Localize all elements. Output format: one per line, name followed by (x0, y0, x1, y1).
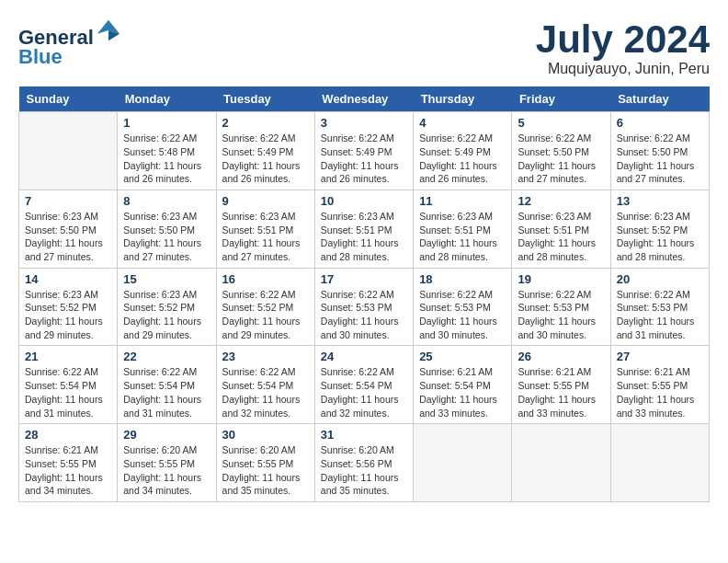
location: Muquiyauyo, Junin, Peru (536, 61, 710, 77)
calendar-cell: 7Sunrise: 6:23 AM Sunset: 5:50 PM Daylig… (19, 190, 118, 268)
calendar-cell: 8Sunrise: 6:23 AM Sunset: 5:50 PM Daylig… (118, 190, 216, 268)
calendar-cell (414, 424, 512, 502)
calendar-cell: 4Sunrise: 6:22 AM Sunset: 5:49 PM Daylig… (414, 112, 512, 190)
title-section: July 2024 Muquiyauyo, Junin, Peru (536, 18, 710, 77)
day-number: 20 (617, 272, 703, 286)
day-detail: Sunrise: 6:22 AM Sunset: 5:54 PM Dayligh… (321, 365, 407, 419)
calendar-cell: 6Sunrise: 6:22 AM Sunset: 5:50 PM Daylig… (610, 112, 709, 190)
calendar-cell: 17Sunrise: 6:22 AM Sunset: 5:53 PM Dayli… (314, 268, 413, 346)
day-number: 1 (123, 116, 210, 130)
header-row: SundayMondayTuesdayWednesdayThursdayFrid… (19, 86, 710, 112)
day-detail: Sunrise: 6:21 AM Sunset: 5:55 PM Dayligh… (518, 365, 604, 419)
day-number: 8 (123, 194, 210, 208)
header-sunday: Sunday (19, 86, 118, 112)
calendar-cell: 30Sunrise: 6:20 AM Sunset: 5:55 PM Dayli… (216, 424, 314, 502)
header-friday: Friday (512, 86, 610, 112)
day-number: 7 (25, 194, 111, 208)
calendar-cell: 19Sunrise: 6:22 AM Sunset: 5:53 PM Dayli… (512, 268, 610, 346)
day-detail: Sunrise: 6:23 AM Sunset: 5:52 PM Dayligh… (617, 210, 703, 264)
calendar-cell: 12Sunrise: 6:23 AM Sunset: 5:51 PM Dayli… (512, 190, 610, 268)
day-detail: Sunrise: 6:22 AM Sunset: 5:49 PM Dayligh… (222, 132, 309, 186)
calendar-cell (512, 424, 610, 502)
calendar-cell: 26Sunrise: 6:21 AM Sunset: 5:55 PM Dayli… (512, 346, 610, 424)
header-monday: Monday (118, 86, 216, 112)
logo-icon (96, 18, 121, 44)
day-detail: Sunrise: 6:23 AM Sunset: 5:50 PM Dayligh… (123, 210, 210, 264)
calendar-cell: 14Sunrise: 6:23 AM Sunset: 5:52 PM Dayli… (19, 268, 118, 346)
day-detail: Sunrise: 6:22 AM Sunset: 5:54 PM Dayligh… (123, 365, 210, 419)
calendar-body: 1Sunrise: 6:22 AM Sunset: 5:48 PM Daylig… (19, 112, 710, 502)
week-row-4: 28Sunrise: 6:21 AM Sunset: 5:55 PM Dayli… (19, 424, 710, 502)
day-number: 24 (321, 350, 407, 363)
calendar-cell: 24Sunrise: 6:22 AM Sunset: 5:54 PM Dayli… (314, 346, 413, 424)
calendar-cell (610, 424, 709, 502)
day-detail: Sunrise: 6:23 AM Sunset: 5:51 PM Dayligh… (222, 210, 309, 264)
calendar-cell: 9Sunrise: 6:23 AM Sunset: 5:51 PM Daylig… (216, 190, 314, 268)
calendar-cell: 15Sunrise: 6:23 AM Sunset: 5:52 PM Dayli… (118, 268, 216, 346)
day-number: 12 (518, 194, 604, 208)
day-detail: Sunrise: 6:23 AM Sunset: 5:52 PM Dayligh… (25, 288, 111, 342)
day-detail: Sunrise: 6:22 AM Sunset: 5:53 PM Dayligh… (419, 288, 506, 342)
header-tuesday: Tuesday (216, 86, 314, 112)
week-row-0: 1Sunrise: 6:22 AM Sunset: 5:48 PM Daylig… (19, 112, 710, 190)
day-detail: Sunrise: 6:22 AM Sunset: 5:53 PM Dayligh… (321, 288, 407, 342)
day-number: 14 (25, 272, 111, 286)
calendar-cell: 13Sunrise: 6:23 AM Sunset: 5:52 PM Dayli… (610, 190, 709, 268)
day-number: 17 (321, 272, 407, 286)
calendar-cell: 5Sunrise: 6:22 AM Sunset: 5:50 PM Daylig… (512, 112, 610, 190)
calendar-cell: 31Sunrise: 6:20 AM Sunset: 5:56 PM Dayli… (314, 424, 413, 502)
day-number: 22 (123, 350, 210, 363)
day-number: 28 (25, 428, 111, 442)
page-header: General Blue July 2024 Muquiyauyo, Junin… (18, 18, 710, 77)
calendar-cell: 21Sunrise: 6:22 AM Sunset: 5:54 PM Dayli… (19, 346, 118, 424)
day-detail: Sunrise: 6:23 AM Sunset: 5:51 PM Dayligh… (518, 210, 604, 264)
calendar-header: SundayMondayTuesdayWednesdayThursdayFrid… (19, 86, 710, 112)
week-row-1: 7Sunrise: 6:23 AM Sunset: 5:50 PM Daylig… (19, 190, 710, 268)
header-wednesday: Wednesday (314, 86, 413, 112)
header-saturday: Saturday (610, 86, 709, 112)
day-detail: Sunrise: 6:22 AM Sunset: 5:49 PM Dayligh… (321, 132, 407, 186)
calendar-cell: 25Sunrise: 6:21 AM Sunset: 5:54 PM Dayli… (414, 346, 512, 424)
day-detail: Sunrise: 6:20 AM Sunset: 5:55 PM Dayligh… (123, 443, 210, 498)
calendar-cell: 3Sunrise: 6:22 AM Sunset: 5:49 PM Daylig… (314, 112, 413, 190)
day-detail: Sunrise: 6:22 AM Sunset: 5:54 PM Dayligh… (222, 365, 309, 419)
calendar-cell: 20Sunrise: 6:22 AM Sunset: 5:53 PM Dayli… (610, 268, 709, 346)
calendar-cell: 11Sunrise: 6:23 AM Sunset: 5:51 PM Dayli… (414, 190, 512, 268)
day-number: 2 (222, 116, 309, 130)
day-number: 27 (617, 350, 703, 363)
day-detail: Sunrise: 6:21 AM Sunset: 5:54 PM Dayligh… (419, 365, 506, 419)
day-number: 3 (321, 116, 407, 130)
day-number: 4 (419, 116, 506, 130)
day-detail: Sunrise: 6:22 AM Sunset: 5:50 PM Dayligh… (518, 132, 604, 186)
day-number: 26 (518, 350, 604, 363)
calendar-cell: 22Sunrise: 6:22 AM Sunset: 5:54 PM Dayli… (118, 346, 216, 424)
day-detail: Sunrise: 6:22 AM Sunset: 5:49 PM Dayligh… (419, 132, 506, 186)
day-number: 13 (617, 194, 703, 208)
day-detail: Sunrise: 6:20 AM Sunset: 5:56 PM Dayligh… (321, 443, 407, 498)
calendar-cell: 29Sunrise: 6:20 AM Sunset: 5:55 PM Dayli… (118, 424, 216, 502)
day-number: 11 (419, 194, 506, 208)
day-number: 31 (321, 428, 407, 442)
week-row-3: 21Sunrise: 6:22 AM Sunset: 5:54 PM Dayli… (19, 346, 710, 424)
day-number: 23 (222, 350, 309, 363)
calendar-cell: 10Sunrise: 6:23 AM Sunset: 5:51 PM Dayli… (314, 190, 413, 268)
calendar-cell: 27Sunrise: 6:21 AM Sunset: 5:55 PM Dayli… (610, 346, 709, 424)
day-detail: Sunrise: 6:22 AM Sunset: 5:50 PM Dayligh… (617, 132, 703, 186)
month-title: July 2024 (536, 18, 710, 61)
day-number: 10 (321, 194, 407, 208)
day-detail: Sunrise: 6:23 AM Sunset: 5:52 PM Dayligh… (123, 288, 210, 342)
day-number: 21 (25, 350, 111, 363)
day-detail: Sunrise: 6:23 AM Sunset: 5:50 PM Dayligh… (25, 210, 111, 264)
calendar-cell: 2Sunrise: 6:22 AM Sunset: 5:49 PM Daylig… (216, 112, 314, 190)
calendar-table: SundayMondayTuesdayWednesdayThursdayFrid… (18, 86, 710, 502)
day-number: 16 (222, 272, 309, 286)
day-detail: Sunrise: 6:21 AM Sunset: 5:55 PM Dayligh… (617, 365, 703, 419)
calendar-cell: 23Sunrise: 6:22 AM Sunset: 5:54 PM Dayli… (216, 346, 314, 424)
calendar-cell: 1Sunrise: 6:22 AM Sunset: 5:48 PM Daylig… (118, 112, 216, 190)
day-detail: Sunrise: 6:21 AM Sunset: 5:55 PM Dayligh… (25, 443, 111, 498)
week-row-2: 14Sunrise: 6:23 AM Sunset: 5:52 PM Dayli… (19, 268, 710, 346)
day-detail: Sunrise: 6:20 AM Sunset: 5:55 PM Dayligh… (222, 443, 309, 498)
day-detail: Sunrise: 6:22 AM Sunset: 5:52 PM Dayligh… (222, 288, 309, 342)
day-number: 18 (419, 272, 506, 286)
header-thursday: Thursday (414, 86, 512, 112)
